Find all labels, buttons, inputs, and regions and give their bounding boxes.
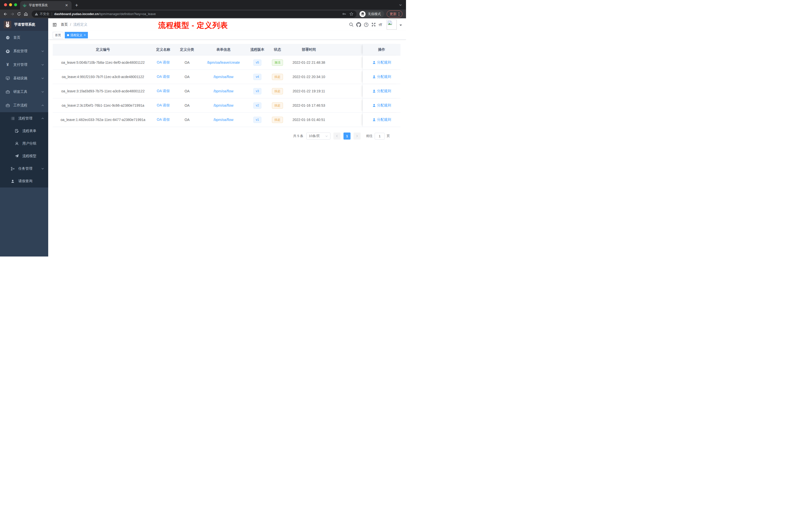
minimize-window-button[interactable] xyxy=(9,3,12,6)
close-window-button[interactable] xyxy=(4,3,7,6)
browser-tab[interactable]: 芋道管理系统 ✕ xyxy=(20,1,71,9)
browser-menu-kebab-icon[interactable] xyxy=(399,12,400,16)
definition-name-link[interactable]: OA 请假 xyxy=(157,60,170,65)
breadcrumb-separator: / xyxy=(70,23,71,27)
window-controls[interactable] xyxy=(4,3,17,6)
tab-search-chevron-icon[interactable] xyxy=(399,3,402,7)
home-icon[interactable] xyxy=(22,10,29,17)
sidebar-toggle-icon[interactable] xyxy=(52,22,57,27)
sidebar-item-leave-query[interactable]: 请假查询 xyxy=(0,175,48,187)
definition-name-link[interactable]: OA 请假 xyxy=(157,74,170,79)
assign-rule-button[interactable]: 分配规则 xyxy=(372,74,391,79)
page-size-select[interactable]: 10条/页 xyxy=(306,132,330,140)
url-path: /bpm/manager/definition?key=oa_leave xyxy=(99,12,156,16)
sidebar-item-infrastructure[interactable]: 基础设施 xyxy=(0,71,48,85)
status-badge: 挂起 xyxy=(272,88,283,94)
app-title: 芋道管理系统 xyxy=(14,22,35,27)
user-group-icon xyxy=(14,142,19,146)
tag-home[interactable]: 首页 xyxy=(53,32,63,38)
definition-name-link[interactable]: OA 请假 xyxy=(157,117,170,122)
search-icon[interactable] xyxy=(349,22,353,27)
org-tree-icon xyxy=(10,167,15,171)
next-page-button[interactable] xyxy=(353,132,360,140)
tag-process-definition[interactable]: 流程定义 × xyxy=(65,32,88,38)
navbar-actions: ? TT xyxy=(349,20,402,30)
tag-label: 流程定义 xyxy=(70,33,82,37)
help-question-icon[interactable]: ? xyxy=(364,22,369,27)
password-key-icon[interactable] xyxy=(342,12,346,16)
page-content: 定义编号 定义名称 定义分类 表单信息 流程版本 状态 部署时间 操作 xyxy=(48,40,406,140)
table-row: oa_leave:4:991f2193-7b7f-11ec-a3c8-acde4… xyxy=(53,70,401,84)
breadcrumb-home[interactable]: 首页 xyxy=(61,22,68,27)
assign-rule-button[interactable]: 分配规则 xyxy=(372,60,391,65)
assign-rule-button[interactable]: 分配规则 xyxy=(372,103,391,108)
tab-close-icon[interactable]: ✕ xyxy=(64,3,69,7)
form-link[interactable]: /bpm/oa/flow xyxy=(213,75,233,79)
url-bar[interactable]: 不安全 dashboard.yudao.iocoder.cn/bpm/manag… xyxy=(32,10,356,18)
sidebar-item-system[interactable]: 系统管理 xyxy=(0,44,48,58)
column-header-deploy-time: 部署时间 xyxy=(286,44,331,55)
page-unit-label: 页 xyxy=(387,134,390,138)
user-avatar[interactable] xyxy=(387,20,397,30)
table-row: oa_leave:3:1fad3d93-7b75-11ec-a3c8-acde4… xyxy=(53,84,401,98)
version-badge: v5 xyxy=(253,59,262,66)
github-icon[interactable] xyxy=(356,22,361,27)
incognito-icon xyxy=(359,11,366,17)
definition-table: 定义编号 定义名称 定义分类 表单信息 流程版本 状态 部署时间 操作 xyxy=(53,44,401,127)
column-header-name: 定义名称 xyxy=(153,44,173,55)
font-size-icon[interactable]: TT xyxy=(379,23,382,27)
svg-text:?: ? xyxy=(365,23,367,26)
version-badge: v4 xyxy=(253,74,262,80)
definition-name-link[interactable]: OA 请假 xyxy=(157,89,170,93)
definition-name-link[interactable]: OA 请假 xyxy=(157,103,170,108)
avatar-caret-icon[interactable] xyxy=(400,25,402,27)
sidebar-item-task-management[interactable]: 任务管理 xyxy=(0,162,48,175)
maximize-window-button[interactable] xyxy=(14,3,17,6)
sidebar-item-process-form[interactable]: 流程表单 xyxy=(0,125,48,137)
sidebar-item-dev-tools[interactable]: 研发工具 xyxy=(0,85,48,99)
assign-rule-button[interactable]: 分配规则 xyxy=(372,117,391,122)
sidebar-item-workflow[interactable]: 工作流程 xyxy=(0,99,48,112)
form-link[interactable]: /bpm/oa/flow xyxy=(213,103,233,108)
sidebar-item-process-management[interactable]: 流程管理 xyxy=(0,112,48,125)
prev-page-button[interactable] xyxy=(334,132,341,140)
sidebar-item-label: 请假查询 xyxy=(18,179,32,183)
pagination: 共 5 条 10条/页 1 前往 页 xyxy=(53,132,401,140)
sidebar-item-home[interactable]: 首页 xyxy=(0,31,48,44)
security-label[interactable]: 不安全 xyxy=(40,12,50,16)
goto-page-input[interactable] xyxy=(375,133,385,140)
sidebar-item-user-group[interactable]: 用户分组 xyxy=(0,137,48,150)
tree-list-icon xyxy=(10,117,15,121)
monitor-icon xyxy=(5,76,10,81)
sidebar-item-label: 支付管理 xyxy=(13,62,27,67)
form-link[interactable]: /bpm/oa/flow xyxy=(213,118,233,122)
screen: 芋道管理系统 ✕ + xyxy=(0,0,406,256)
paper-plane-icon xyxy=(14,154,19,158)
assign-rule-button[interactable]: 分配规则 xyxy=(372,89,391,93)
reload-icon[interactable] xyxy=(16,10,22,17)
definition-category: OA xyxy=(173,84,201,98)
new-tab-button[interactable]: + xyxy=(75,2,78,8)
form-link[interactable]: /bpm/oa/flow xyxy=(213,89,233,93)
tag-close-icon[interactable]: × xyxy=(84,34,86,37)
assign-rule-label: 分配规则 xyxy=(377,60,391,65)
sidebar-item-label: 用户分组 xyxy=(22,141,36,146)
form-link[interactable]: /bpm/oa/leave/create xyxy=(207,60,240,64)
version-badge: v3 xyxy=(253,88,262,94)
update-button[interactable]: 更新 xyxy=(387,10,403,17)
form-edit-icon xyxy=(14,129,19,133)
tab-title: 芋道管理系统 xyxy=(29,3,64,7)
current-page-button[interactable]: 1 xyxy=(344,132,350,140)
back-icon[interactable] xyxy=(2,10,9,17)
forward-icon[interactable] xyxy=(9,10,16,17)
fullscreen-icon[interactable] xyxy=(371,22,376,27)
tab-strip: 芋道管理系统 ✕ + xyxy=(0,0,406,9)
status-badge: 挂起 xyxy=(272,74,283,80)
column-header-id: 定义编号 xyxy=(53,44,153,55)
chevron-up-icon xyxy=(41,104,44,107)
sidebar-item-payment[interactable]: ¥ 支付管理 xyxy=(0,58,48,71)
security-warning-icon[interactable] xyxy=(35,12,38,16)
bookmark-star-icon[interactable] xyxy=(349,12,353,16)
sidebar-item-process-model[interactable]: 流程模型 xyxy=(0,150,48,162)
definition-id: oa_leave:2:3c1f0ef1-76b1-11ec-9c66-a2380… xyxy=(53,98,153,113)
